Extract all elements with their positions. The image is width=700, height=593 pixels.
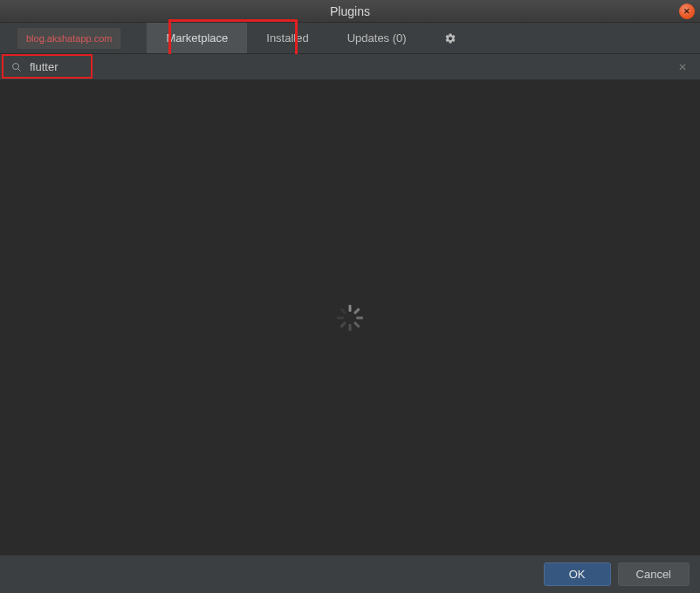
cancel-button[interactable]: Cancel [618, 562, 690, 586]
tab-updates[interactable]: Updates (0) [328, 23, 426, 53]
tab-marketplace[interactable]: Marketplace [147, 23, 247, 53]
svg-line-1 [18, 68, 21, 71]
search-input[interactable] [30, 60, 676, 73]
svg-point-0 [13, 63, 19, 69]
tab-bar: blog.akshatapp.com Marketplace Installed… [0, 23, 700, 54]
footer-bar: OK Cancel [0, 555, 700, 593]
ok-button[interactable]: OK [544, 562, 611, 586]
clear-search-icon[interactable]: ✕ [676, 60, 690, 74]
content-area [0, 80, 700, 555]
window-title: Plugins [330, 4, 370, 18]
search-bar: ✕ [0, 54, 700, 80]
plugins-window: Plugins blog.akshatapp.com Marketplace I… [0, 0, 700, 593]
search-icon [10, 61, 23, 73]
titlebar: Plugins [0, 0, 700, 23]
watermark-label: blog.akshatapp.com [17, 28, 120, 49]
close-icon[interactable] [679, 3, 695, 19]
tab-installed[interactable]: Installed [247, 23, 327, 53]
loading-spinner-icon [337, 305, 363, 331]
gear-icon[interactable] [443, 31, 457, 45]
